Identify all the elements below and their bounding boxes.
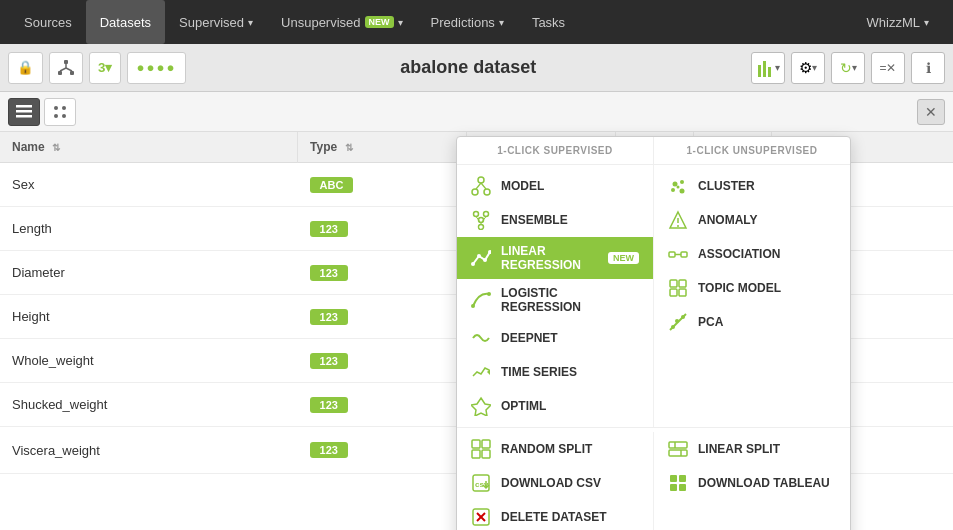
svg-point-22 [484, 212, 489, 217]
svg-line-4 [60, 68, 66, 71]
svg-rect-72 [670, 484, 677, 491]
row-name: Viscera_weight [0, 427, 298, 474]
nav-predictions[interactable]: Predictions ▾ [417, 0, 518, 44]
svg-point-17 [472, 189, 478, 195]
count-btn[interactable]: 3▾ [89, 52, 121, 84]
menu-deepnet[interactable]: DEEPNET [457, 321, 653, 355]
linear-regression-icon [471, 248, 491, 268]
optiml-label: OPTIML [501, 399, 546, 413]
menu-logistic-regression[interactable]: LOGISTIC REGRESSION [457, 279, 653, 321]
nav-tasks[interactable]: Tasks [518, 0, 579, 44]
info-btn[interactable]: ℹ [911, 52, 945, 84]
lock-btn[interactable]: 🔒 [8, 52, 43, 84]
anomaly-label: ANOMALY [698, 213, 758, 227]
menu-model[interactable]: MODEL [457, 169, 653, 203]
menu-optiml[interactable]: OPTIML [457, 389, 653, 423]
svg-line-20 [481, 183, 486, 189]
svg-rect-73 [679, 484, 686, 491]
top-nav: Sources Datasets Supervised ▾ Unsupervis… [0, 0, 953, 44]
svg-rect-57 [482, 450, 490, 458]
menu-time-series[interactable]: TIME SERIES [457, 355, 653, 389]
svg-point-14 [54, 114, 58, 118]
sub-toolbar: ✕ [0, 92, 953, 132]
tree-icon [58, 60, 74, 76]
svg-point-53 [681, 315, 685, 319]
svg-rect-54 [472, 440, 480, 448]
svg-rect-43 [669, 252, 675, 257]
svg-point-24 [479, 225, 484, 230]
svg-rect-8 [768, 67, 771, 77]
dropdown-menu: 1-CLICK SUPERVISED 1-CLICK UNSUPERVISED [456, 136, 851, 530]
supervised-arrow: ▾ [248, 17, 253, 28]
grid-icon [53, 105, 67, 119]
row-type: 123 [298, 295, 467, 339]
svg-point-52 [675, 319, 679, 323]
download-tableau-label: DOWNLOAD TABLEAU [698, 476, 830, 490]
dots-btn[interactable]: ●●●● [127, 52, 185, 84]
menu-linear-split[interactable]: LINEAR SPLIT [654, 432, 850, 466]
menu-cluster[interactable]: CLUSTER [654, 169, 850, 203]
nav-datasets[interactable]: Datasets [86, 0, 165, 44]
menu-download-tableau[interactable]: DOWNLOAD TABLEAU [654, 466, 850, 500]
supervised-list: MODEL ENSEMBLE [457, 165, 654, 427]
grid-view-btn[interactable] [44, 98, 76, 126]
refresh-btn[interactable]: ↻ ▾ [831, 52, 865, 84]
svg-rect-70 [670, 475, 677, 482]
lock-icon: 🔒 [17, 60, 34, 75]
svg-rect-66 [669, 442, 687, 448]
row-type: 123 [298, 251, 467, 295]
svg-rect-46 [670, 280, 677, 287]
menu-anomaly[interactable]: ANOMALY [654, 203, 850, 237]
row-type: 123 [298, 339, 467, 383]
row-name: Diameter [0, 251, 298, 295]
refresh-icon: ↻ [840, 60, 852, 76]
toolbar: 🔒 3▾ ●●●● abalone dataset [0, 44, 953, 92]
menu-ensemble[interactable]: ENSEMBLE [457, 203, 653, 237]
nav-user[interactable]: WhizzML ▾ [853, 0, 943, 44]
svg-line-5 [66, 68, 72, 71]
info-icon: ℹ [926, 60, 931, 76]
svg-rect-9 [16, 105, 32, 108]
dataset-title: abalone dataset [192, 57, 745, 78]
cluster-icon [668, 176, 688, 196]
list-view-btn[interactable] [8, 98, 40, 126]
dropdown-body: MODEL ENSEMBLE [457, 165, 850, 427]
row-type: 123 [298, 207, 467, 251]
menu-download-csv[interactable]: csv DOWNLOAD CSV [457, 466, 653, 500]
nav-sources[interactable]: Sources [10, 0, 86, 44]
tree-btn[interactable] [49, 52, 83, 84]
row-name: Height [0, 295, 298, 339]
menu-random-split[interactable]: RANDOM SPLIT [457, 432, 653, 466]
col-type: Type ⇅ [298, 132, 467, 163]
menu-linear-regression[interactable]: LINEAR REGRESSION NEW [457, 237, 653, 279]
menu-topic-model[interactable]: TOPIC MODEL [654, 271, 850, 305]
menu-delete-dataset[interactable]: DELETE DATASET [457, 500, 653, 530]
svg-point-51 [671, 325, 675, 329]
svg-point-28 [471, 262, 475, 266]
chart-btn[interactable]: ▾ [751, 52, 785, 84]
pca-label: PCA [698, 315, 723, 329]
menu-pca[interactable]: PCA [654, 305, 850, 339]
toolbar-right: ▾ ⚙ ▾ ↻ ▾ =✕ ℹ [751, 52, 945, 84]
code-btn[interactable]: =✕ [871, 52, 905, 84]
settings-btn[interactable]: ⚙ ▾ [791, 52, 825, 84]
svg-point-35 [673, 182, 678, 187]
association-icon [668, 244, 688, 264]
dropdown-header: 1-CLICK SUPERVISED 1-CLICK UNSUPERVISED [457, 137, 850, 165]
svg-rect-10 [16, 110, 32, 113]
menu-association[interactable]: ASSOCIATION [654, 237, 850, 271]
nav-supervised[interactable]: Supervised ▾ [165, 0, 267, 44]
svg-point-15 [62, 114, 66, 118]
search-clear-btn[interactable]: ✕ [917, 99, 945, 125]
svg-rect-1 [58, 71, 62, 75]
deepnet-label: DEEPNET [501, 331, 558, 345]
svg-point-29 [477, 254, 481, 258]
nav-unsupervised[interactable]: Unsupervised NEW ▾ [267, 0, 417, 44]
svg-point-33 [487, 292, 491, 296]
svg-point-32 [471, 304, 475, 308]
list-icon [16, 105, 32, 119]
anomaly-icon [668, 210, 688, 230]
svg-point-12 [54, 106, 58, 110]
svg-rect-6 [758, 65, 761, 77]
unsupervised-header: 1-CLICK UNSUPERVISED [654, 137, 850, 164]
